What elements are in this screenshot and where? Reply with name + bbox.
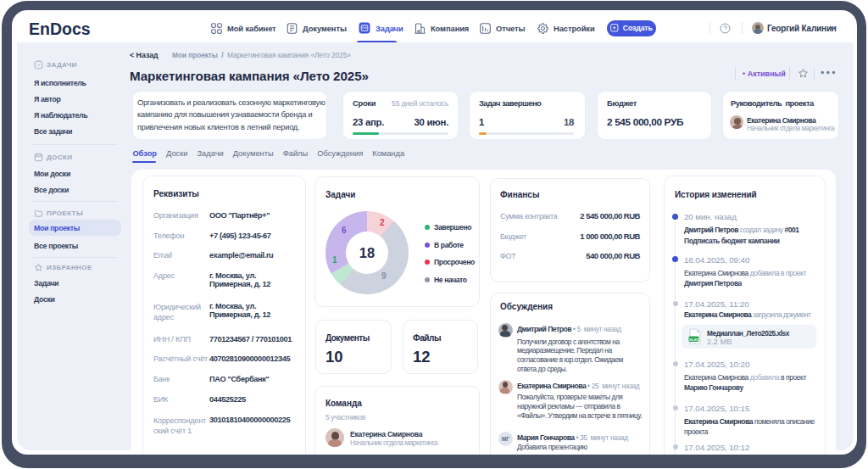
svg-text:XLSX: XLSX [689, 338, 698, 342]
